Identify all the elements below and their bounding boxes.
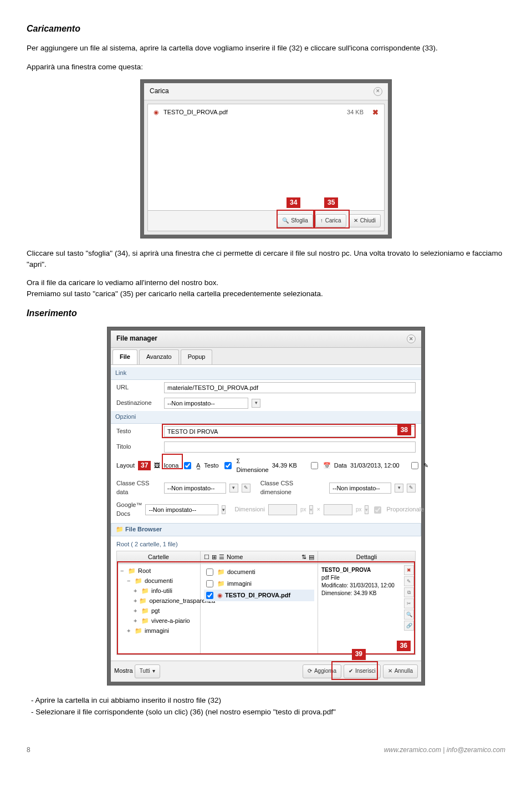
edit-icon[interactable]: ✎ <box>423 461 428 470</box>
view-icon[interactable]: ⊞ <box>212 553 217 562</box>
row-css: Classe CSS data --Non impostato-- ▾ ✎ Cl… <box>116 477 416 499</box>
para-3c: Premiamo sul tasto "carica" (35) per car… <box>27 288 505 300</box>
check-prop <box>374 506 381 514</box>
input-url[interactable]: materiale/TESTO_DI_PROVA.pdf <box>164 382 416 393</box>
select-mostra[interactable]: Tutti ▾ <box>135 664 160 678</box>
para-2: Apparirà una finestra come questa: <box>27 62 505 73</box>
filter-icon[interactable]: ▤ <box>309 553 314 562</box>
callout-35-box <box>314 210 350 229</box>
callout-37-box <box>162 454 183 469</box>
root-line: Root ( 2 cartelle, 1 file) <box>116 539 416 551</box>
view-list-icon[interactable]: ☰ <box>219 553 224 562</box>
callout-34: 34 <box>287 197 300 208</box>
chiudi-label: Chiudi <box>360 217 376 225</box>
label-dim: Σ Dimensione <box>237 457 269 475</box>
heading-inserimento: Inserimento <box>27 307 505 319</box>
select-gdocs[interactable]: --Non impostato-- <box>145 504 218 515</box>
edit-icon[interactable]: ✎ <box>242 484 250 493</box>
ae-icon: A̲ <box>196 461 201 470</box>
fm-tabs: File Avanzato Popup <box>111 348 421 365</box>
select-cssdata[interactable]: --Non impostato-- <box>164 483 226 494</box>
fm-body: Link URL materiale/TESTO_DI_PROVA.pdf De… <box>111 365 421 661</box>
input-w <box>268 504 297 515</box>
pdf-icon: ◉ <box>154 108 159 117</box>
para-3b: Ora il file da caricare lo vediamo all'i… <box>27 277 505 288</box>
fm-footer: Mostra Tutti ▾ ⟳ Aggiorna ✔ Inserisci ✕ … <box>111 661 421 682</box>
calendar-icon: 📅 <box>323 461 331 470</box>
annulla-label: Annulla <box>395 667 413 676</box>
dropdown-icon: ▾ <box>365 505 369 514</box>
bullet-2: - Selezionare il file corrispondente (so… <box>43 707 505 718</box>
select-cssdim[interactable]: --Non impostato-- <box>329 483 391 494</box>
close-icon: ✕ <box>388 667 392 676</box>
label-layout: Layout <box>116 461 135 470</box>
opzioni-section: Opzioni <box>111 411 421 424</box>
label-ae-testo: Testo <box>204 461 218 470</box>
dropdown-icon[interactable]: ▾ <box>395 484 403 493</box>
callout-37: 37 <box>138 461 151 470</box>
check-icona[interactable] <box>184 462 191 469</box>
para-3a: Cliccare sul tasto "sfoglia" (34), si ap… <box>27 248 505 270</box>
carica-body: ◉ TESTO_DI_PROVA.pdf 34 KB ✖ 🔍 Sfoglia ↑… <box>147 104 385 231</box>
label-data: Data <box>334 461 347 470</box>
dropdown-icon[interactable]: ▾ <box>222 505 226 514</box>
carica-title: Carica <box>150 87 169 96</box>
page-number: 8 <box>27 745 30 755</box>
input-dim[interactable]: 34.39 KB <box>272 461 305 470</box>
dropdown-icon[interactable]: ▾ <box>229 484 238 493</box>
annulla-button[interactable]: ✕ Annulla <box>383 664 418 678</box>
carica-button-bar: 🔍 Sfoglia ↑ Carica ✕ Chiudi 34 35 <box>148 210 384 231</box>
para-1: Per aggiungere un file al sistema, aprir… <box>27 43 505 54</box>
label-cssdim: Classe CSS dimensione <box>260 479 326 497</box>
head-nome: Nome <box>227 553 299 562</box>
fm-title: File manager <box>116 334 157 343</box>
callout-39: 39 <box>352 649 366 659</box>
check-dim[interactable] <box>311 462 318 469</box>
file-size: 34 KB <box>347 108 364 117</box>
tab-avanzato[interactable]: Avanzato <box>139 349 179 364</box>
bullet-1: - Aprire la cartella in cui abbiamo inse… <box>43 695 505 706</box>
heading-caricamento: Caricamento <box>27 22 505 35</box>
check-data[interactable] <box>411 462 418 469</box>
callout-38: 38 <box>397 425 411 435</box>
tab-popup[interactable]: Popup <box>181 349 213 364</box>
sort-icon[interactable]: ⇅ <box>301 553 306 562</box>
edit-icon[interactable]: ✎ <box>407 484 416 493</box>
label-cssdata: Classe CSS data <box>116 479 161 497</box>
check-testo[interactable] <box>224 462 232 469</box>
callout-36-box <box>117 561 415 654</box>
label-dest: Destinazione <box>116 399 161 408</box>
screenshot-filemanager: File manager ✕ File Avanzato Popup Link … <box>108 327 424 684</box>
mostra-value: Tutti <box>140 667 150 676</box>
label-mostra: Mostra <box>114 667 133 674</box>
fm-titlebar: File manager ✕ <box>111 331 421 347</box>
file-name: TESTO_DI_PROVA.pdf <box>163 108 342 117</box>
tab-file[interactable]: File <box>112 349 137 364</box>
label-prop: Proporzionale <box>386 505 424 514</box>
input-h <box>324 504 352 515</box>
callout-34-box <box>277 210 314 229</box>
callout-39-box <box>331 661 378 680</box>
dropdown-icon[interactable]: ▾ <box>252 399 260 408</box>
select-dest[interactable]: --Non impostato-- <box>164 398 248 409</box>
label-testo: Testo <box>116 427 161 436</box>
row-gdocs: Google™ Docs --Non impostato-- ▾ Dimensi… <box>116 499 416 521</box>
delete-icon[interactable]: ✖ <box>372 108 378 118</box>
input-data[interactable]: 31/03/2013, 12:00 <box>350 461 406 470</box>
label-px2: px <box>356 506 362 514</box>
mostra-group: Mostra Tutti ▾ <box>114 664 160 678</box>
footer-url: www.zeramico.com | info@zeramico.com <box>384 745 505 755</box>
callout-36: 36 <box>397 641 411 651</box>
refresh-icon: ⟳ <box>308 667 312 676</box>
input-titolo[interactable] <box>164 441 416 453</box>
carica-titlebar: Carica ✕ <box>144 83 388 100</box>
checkbox-icon[interactable]: ☐ <box>204 553 209 562</box>
chiudi-button[interactable]: ✕ Chiudi <box>349 214 381 228</box>
close-icon[interactable]: ✕ <box>407 334 416 343</box>
label-dims: Dimensioni <box>234 505 264 514</box>
browser-columns: Cartelle −📁Root −📁documenti +📁info-utili… <box>116 551 416 655</box>
callout-38-box <box>162 424 416 438</box>
close-icon[interactable]: ✕ <box>374 87 382 96</box>
bullet-list: - Aprire la cartella in cui abbiamo inse… <box>27 695 505 718</box>
callout-35: 35 <box>324 197 338 208</box>
